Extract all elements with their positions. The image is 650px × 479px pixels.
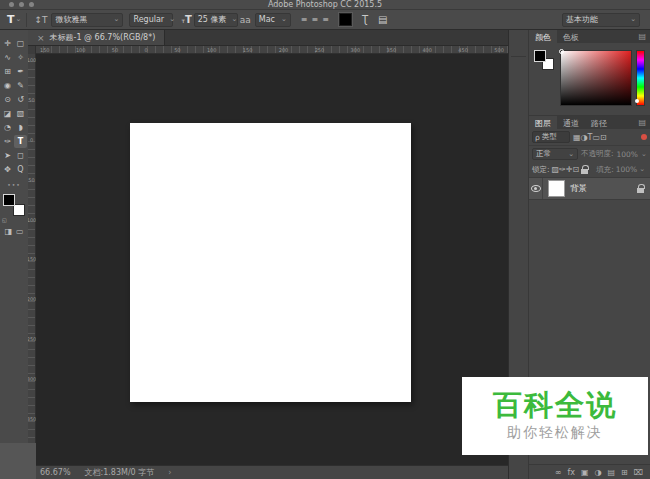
- text-color-swatch[interactable]: [339, 13, 352, 26]
- panel-menu-icon[interactable]: ▤: [638, 32, 650, 41]
- tool-blur[interactable]: ◔: [1, 121, 14, 134]
- warp-text-icon[interactable]: Ʈ: [362, 14, 368, 25]
- default-colors-icon[interactable]: ◱: [2, 217, 11, 223]
- lock-transparent[interactable]: ▨: [552, 165, 560, 174]
- text-align-group: ≡ ≡ ≡: [301, 15, 329, 24]
- tool-preset-picker[interactable]: T ⌄: [7, 13, 21, 26]
- filter-shape[interactable]: ▭: [592, 133, 600, 142]
- chevron-down-icon: ⌄: [641, 151, 647, 158]
- tool-pen[interactable]: ✑: [1, 135, 14, 148]
- filter-pixel[interactable]: ▦: [573, 133, 581, 142]
- foreground-color-swatch[interactable]: [534, 50, 546, 62]
- text-orientation-icon[interactable]: ↕T: [34, 15, 47, 25]
- panel-menu-icon[interactable]: ▤: [638, 118, 650, 127]
- layer-row-background[interactable]: 背景: [529, 178, 650, 200]
- edit-toolbar-dots[interactable]: •••: [0, 181, 28, 188]
- blend-mode-select[interactable]: 正常 ⌄: [532, 148, 578, 160]
- layers-footer: ∞fx▣◑▤⊞⌧: [529, 464, 650, 479]
- hue-slider-cursor[interactable]: [635, 99, 639, 103]
- new-layer[interactable]: ⊞: [621, 468, 628, 477]
- layer-visibility-cell[interactable]: [529, 178, 543, 199]
- tab-swatches[interactable]: 色板: [557, 30, 585, 43]
- font-size-select[interactable]: 25 像素 ⌄: [194, 13, 238, 27]
- zoom-level[interactable]: 66.67%: [40, 468, 71, 477]
- ruler-label: 0: [30, 137, 33, 143]
- status-menu-arrow-icon[interactable]: ›: [168, 468, 171, 477]
- tool-quick-select[interactable]: ✧: [14, 51, 27, 64]
- font-family-select[interactable]: 微软雅黑 ⌄: [51, 13, 123, 27]
- tool-clone-stamp[interactable]: ⊙: [1, 93, 14, 106]
- quick-mask[interactable]: ◨: [4, 227, 12, 236]
- align-right-icon[interactable]: ≡: [322, 15, 329, 24]
- tool-hand[interactable]: ✥: [1, 163, 14, 176]
- lock-artboard[interactable]: ⊡: [573, 165, 580, 174]
- tool-history-brush[interactable]: ↺: [14, 93, 27, 106]
- tool-move[interactable]: ✛: [1, 37, 14, 50]
- ruler-label: 50: [28, 177, 34, 183]
- opacity-label: 不透明度:: [581, 149, 614, 159]
- filter-adjustment[interactable]: ◑: [581, 133, 588, 142]
- filter-toggle-switch[interactable]: [641, 134, 647, 140]
- tools-grid: ✛▢∿✧⊞✒◉✎⊙↺◪▧◔◗✑T➤◻✥Q: [0, 30, 28, 176]
- lock-position[interactable]: ✛: [566, 165, 573, 174]
- panel-color-wells: [534, 50, 556, 72]
- align-center-icon[interactable]: ≡: [312, 15, 319, 24]
- screen-mode[interactable]: ▭: [16, 227, 24, 236]
- tool-shape[interactable]: ◻: [14, 149, 27, 162]
- ruler-label: 150: [40, 46, 50, 54]
- layer-filter-select[interactable]: ρ 类型: [532, 131, 570, 143]
- delete-layer[interactable]: ⌧: [634, 468, 643, 477]
- tool-path-select[interactable]: ➤: [1, 149, 14, 162]
- color-picker-cursor[interactable]: [559, 49, 564, 54]
- anti-alias-select[interactable]: Mac ⌄: [255, 13, 291, 27]
- tool-eraser[interactable]: ◪: [1, 107, 14, 120]
- font-family-value: 微软雅黑: [55, 14, 87, 25]
- color-wells: ◱: [2, 193, 26, 217]
- canvas[interactable]: [130, 123, 411, 402]
- watermark-box: 百科全说 助你轻松解决: [462, 377, 648, 455]
- hue-slider[interactable]: [636, 50, 645, 106]
- tab-layers[interactable]: 图层: [529, 116, 557, 129]
- layer-style[interactable]: fx: [567, 468, 575, 477]
- align-left-icon[interactable]: ≡: [301, 15, 308, 24]
- toolbar-bottom-icons: ◨▭: [0, 227, 28, 236]
- tool-marquee[interactable]: ▢: [14, 37, 27, 50]
- document-tab[interactable]: × 未标题-1 @ 66.7%(RGB/8*): [28, 30, 165, 45]
- filter-smart-object[interactable]: ⊡: [600, 133, 607, 142]
- link-layers[interactable]: ∞: [555, 468, 562, 477]
- toggle-panels-icon[interactable]: ▤: [378, 14, 387, 25]
- ruler-label: 450: [458, 46, 468, 54]
- saturation-brightness-picker[interactable]: [560, 50, 632, 106]
- font-style-select[interactable]: Regular ⌄: [129, 13, 173, 27]
- adjustment-layer[interactable]: ◑: [595, 468, 602, 477]
- window-title: Adobe Photoshop CC 2015.5: [0, 0, 650, 10]
- ruler-label: 250: [27, 336, 37, 342]
- tab-color[interactable]: 颜色: [529, 30, 557, 43]
- layer-group[interactable]: ▤: [608, 468, 616, 477]
- tool-brush[interactable]: ✎: [14, 79, 27, 92]
- foreground-color-swatch[interactable]: [3, 194, 15, 206]
- lock-row: 锁定: ▨✑✛⊡ 填充: 100% ⌄: [529, 162, 650, 178]
- tab-channels[interactable]: 通道: [557, 116, 585, 129]
- close-icon[interactable]: ×: [37, 33, 45, 43]
- tool-gradient[interactable]: ▧: [14, 107, 27, 120]
- tool-zoom[interactable]: Q: [14, 163, 27, 176]
- tool-dodge[interactable]: ◗: [14, 121, 27, 134]
- ruler-label: 50: [112, 46, 118, 54]
- tool-eyedropper[interactable]: ✒: [14, 65, 27, 78]
- opacity-value[interactable]: 100%: [617, 150, 638, 159]
- ruler-label: 100: [76, 46, 86, 54]
- tool-healing-brush[interactable]: ◉: [1, 79, 14, 92]
- workspace-select[interactable]: 基本功能 ⌄: [562, 13, 640, 27]
- horizontal-ruler[interactable]: 15010050050100150200250300350400450500: [28, 46, 508, 54]
- fill-value[interactable]: 100%: [616, 165, 637, 174]
- lock-all-icon[interactable]: [581, 169, 588, 174]
- lock-pixels[interactable]: ✑: [559, 165, 566, 174]
- layer-mask[interactable]: ▣: [581, 468, 589, 477]
- tab-paths[interactable]: 路径: [585, 116, 613, 129]
- tool-lasso[interactable]: ∿: [1, 51, 14, 64]
- tool-type[interactable]: T: [14, 135, 27, 148]
- layer-thumbnail[interactable]: [548, 180, 565, 197]
- tool-crop[interactable]: ⊞: [1, 65, 14, 78]
- vertical-ruler[interactable]: 10050050100150200250300350400: [28, 54, 36, 465]
